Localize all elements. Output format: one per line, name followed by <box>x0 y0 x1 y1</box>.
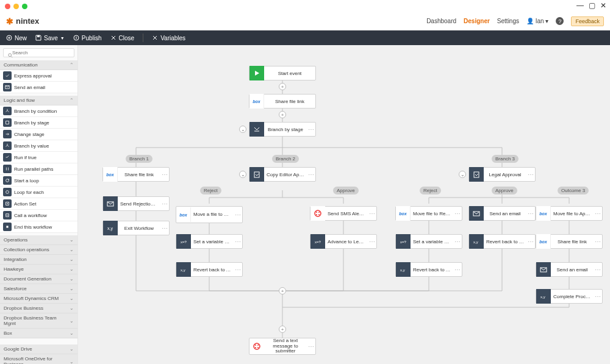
node-b3r-move[interactable]: box Move file to Rework⋯ <box>395 206 462 221</box>
action-end-workflow[interactable]: End this workflow <box>0 221 77 233</box>
group-operations[interactable]: Operations⌄ <box>0 235 77 245</box>
node-menu-icon[interactable]: ⋯ <box>234 238 242 245</box>
group-salesforce[interactable]: Salesforce⌄ <box>0 284 77 294</box>
node-branch-by-stage[interactable]: Branch by stage ⋯ <box>249 122 316 137</box>
node-menu-icon[interactable]: ⋯ <box>368 210 376 217</box>
action-branch-value[interactable]: Branch by value <box>0 140 77 152</box>
close-icon[interactable]: ✕ <box>600 1 606 10</box>
node-menu-icon[interactable]: ⋯ <box>594 266 602 273</box>
action-branch-stage[interactable]: Branch by stage <box>0 117 77 129</box>
node-b3o3-share[interactable]: box Share file link⋯ <box>536 234 603 249</box>
branch-label-2[interactable]: Branch 2 <box>272 155 299 163</box>
collapse-icon[interactable]: ⌄ <box>239 171 246 178</box>
action-change-stage[interactable]: Change stage <box>0 129 77 140</box>
node-menu-icon[interactable]: ⋯ <box>160 201 169 207</box>
action-call-workflow[interactable]: Call a workflow <box>0 210 77 221</box>
node-final-text-message[interactable]: Send a text message to submitter⋯ <box>249 338 316 355</box>
node-menu-icon[interactable]: ⋯ <box>526 171 535 178</box>
publish-button[interactable]: Publish <box>73 35 102 41</box>
node-menu-icon[interactable]: ⋯ <box>453 210 462 217</box>
node-menu-icon[interactable]: ⋯ <box>234 212 242 218</box>
node-b2r-revert[interactable]: x,y Revert back to Author⋯ <box>176 262 243 277</box>
variables-button[interactable]: Variables <box>152 35 185 41</box>
node-menu-icon[interactable]: ⋯ <box>307 126 315 133</box>
node-b2a-sms[interactable]: Send SMS Alert to Legal⋯ <box>310 206 377 221</box>
maximize-icon[interactable]: ▢ <box>589 1 595 10</box>
node-b3a-revert-copy[interactable]: x,y Revert back to Copy Editor⋯ <box>468 234 536 249</box>
node-b2-copy-editor[interactable]: Copy Editor Approval⋯ <box>249 167 316 182</box>
action-loop-foreach[interactable]: Loop for each <box>0 187 77 198</box>
node-b3-legal[interactable]: Legal Approval⋯ <box>468 167 536 182</box>
collapse-icon[interactable]: ⌄ <box>239 126 246 133</box>
action-send-email[interactable]: Send an email <box>0 82 77 93</box>
node-start-event[interactable]: Start event <box>249 66 316 80</box>
node-menu-icon[interactable]: ⋯ <box>453 266 462 273</box>
node-menu-icon[interactable]: ⋯ <box>594 210 602 217</box>
action-action-set[interactable]: Action Set <box>0 198 77 210</box>
node-menu-icon[interactable]: ⋯ <box>368 238 376 245</box>
node-menu-icon[interactable]: ⋯ <box>594 238 602 245</box>
user-menu[interactable]: 👤 Ian ▾ <box>526 18 548 24</box>
node-menu-icon[interactable]: ⋯ <box>307 171 315 178</box>
minimize-dot-icon[interactable] <box>13 4 19 9</box>
save-dropdown-icon[interactable]: ▼ <box>60 36 65 40</box>
feedback-button[interactable]: Feedback <box>571 16 604 26</box>
group-dropbox-team[interactable]: Dropbox Business Team Mgmt⌄ <box>0 313 77 329</box>
node-menu-icon[interactable]: ⋯ <box>160 171 169 178</box>
outcome-reject-b3[interactable]: Reject <box>420 187 441 194</box>
node-menu-icon[interactable]: ⋯ <box>594 293 602 300</box>
node-menu-icon[interactable]: ⋯ <box>307 343 315 350</box>
outcome-approve-b2[interactable]: Approve <box>333 187 359 194</box>
save-button[interactable]: Save ▼ <box>35 35 65 41</box>
help-icon[interactable]: ? <box>556 17 564 25</box>
action-start-loop[interactable]: Start a loop <box>0 175 77 187</box>
node-menu-icon[interactable]: ⋯ <box>526 210 535 217</box>
branch-label-1[interactable]: Branch 1 <box>126 155 152 163</box>
group-onedrive[interactable]: Microsoft OneDrive for Business⌄ <box>0 354 77 364</box>
group-logic-flow[interactable]: Logic and flow⌃ <box>0 96 77 105</box>
group-collection-ops[interactable]: Collection operations⌄ <box>0 245 77 255</box>
branch-label-3[interactable]: Branch 3 <box>492 155 518 163</box>
node-menu-icon[interactable]: ⋯ <box>160 225 169 232</box>
node-menu-icon[interactable]: ⋯ <box>526 238 535 245</box>
node-b2r-setvar[interactable]: x=? Set a variable value⋯ <box>176 234 243 249</box>
new-button[interactable]: New <box>6 35 27 41</box>
merge-node-icon[interactable]: + <box>279 287 286 294</box>
node-b3o3-email[interactable]: Send an email⋯ <box>536 262 603 277</box>
action-run-if-true[interactable]: Run if true <box>0 152 77 163</box>
node-menu-icon[interactable]: ⋯ <box>234 266 242 273</box>
outcome-3-b3[interactable]: Outcome 3 <box>558 187 589 194</box>
node-b2r-move[interactable]: box Move a file to Rework Folder⋯ <box>176 206 243 223</box>
zoom-dot-icon[interactable] <box>22 4 27 9</box>
node-b1-rejection-email[interactable]: Send Rejection Email⋯ <box>102 196 170 211</box>
action-run-parallel[interactable]: Run parallel paths <box>0 163 77 175</box>
group-docgen[interactable]: Document Generation⌄ <box>0 274 77 284</box>
node-b1-share[interactable]: box Share file link⋯ <box>102 167 170 182</box>
action-express-approval[interactable]: Express approval <box>0 70 77 82</box>
node-b3o3-complete[interactable]: x,y Complete Process⋯ <box>536 289 603 304</box>
nav-designer[interactable]: Designer <box>464 18 490 24</box>
add-node-icon[interactable]: + <box>279 83 286 90</box>
node-b3o3-move[interactable]: box Move file to Approved⋯ <box>536 206 603 221</box>
outcome-approve-b3[interactable]: Approve <box>492 187 517 194</box>
close-button[interactable]: Close <box>110 35 135 41</box>
node-b3a-email[interactable]: Send an email⋯ <box>468 206 536 221</box>
outcome-reject-b2[interactable]: Reject <box>200 187 221 194</box>
minimize-icon[interactable]: — <box>576 1 584 10</box>
group-integration[interactable]: Integration⌄ <box>0 255 77 265</box>
group-gdrive[interactable]: Google Drive⌄ <box>0 344 77 354</box>
node-b2a-advance[interactable]: x=? Advance to Legal Review⋯ <box>310 234 377 249</box>
node-b1-exit[interactable]: x,y Exit Workflow⋯ <box>102 221 170 235</box>
nav-dashboard[interactable]: Dashboard <box>426 18 456 24</box>
add-node-icon[interactable]: + <box>279 111 286 118</box>
action-branch-condition[interactable]: Branch by condition <box>0 105 77 117</box>
group-hawkeye[interactable]: Hawkeye⌄ <box>0 265 77 274</box>
nav-settings[interactable]: Settings <box>497 18 519 24</box>
node-b3r-revert[interactable]: x,y Revert back to Author⋯ <box>395 262 462 277</box>
workflow-canvas[interactable]: Start event + box Share file link + Bran… <box>78 45 610 364</box>
group-communication[interactable]: Communication⌃ <box>0 60 77 70</box>
merge-node-icon[interactable]: + <box>279 326 286 333</box>
collapse-icon[interactable]: ⌄ <box>459 171 466 178</box>
group-dynamics[interactable]: Microsoft Dynamics CRM⌄ <box>0 294 77 304</box>
group-dropbox[interactable]: Dropbox Business⌄ <box>0 304 77 313</box>
